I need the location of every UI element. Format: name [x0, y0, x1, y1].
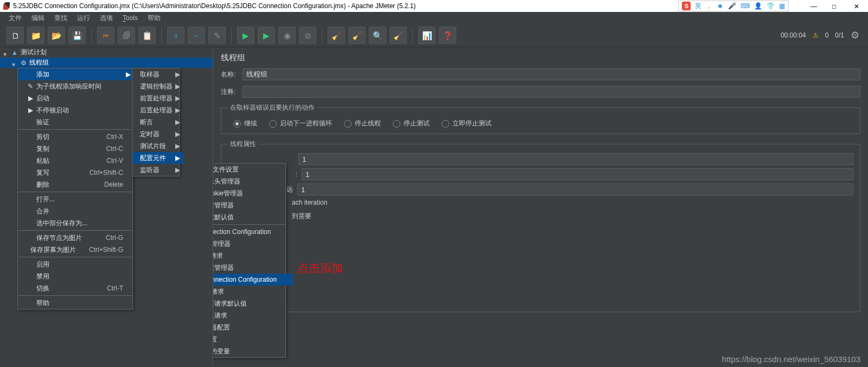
ctx1-item[interactable]: 复制Ctrl-C: [18, 143, 134, 155]
save-button[interactable]: 💾: [68, 27, 86, 44]
ctx1-item[interactable]: 剪切Ctrl-X: [18, 131, 134, 143]
window-title: 5.25JDBC Connection Configuration.jmx (C…: [13, 2, 678, 10]
ctx3-item[interactable]: DNS缓存管理器: [213, 238, 293, 250]
ctx3-item[interactable]: HTTP请求默认值: [213, 211, 293, 223]
ctx2-item[interactable]: 断言▶: [132, 116, 183, 128]
close-button[interactable]: ✕: [854, 3, 860, 9]
context-menu-add[interactable]: 取样器▶逻辑控制器▶前置处理器▶后置处理器▶断言▶定时器▶测试片段▶配置元件▶监…: [132, 68, 180, 176]
reset-search-button[interactable]: 🧹: [390, 27, 407, 44]
ctx1-item[interactable]: 保存屏幕为图片Ctrl+Shift-G: [18, 244, 134, 256]
ime-punct: ，: [706, 2, 712, 11]
ctx3-item[interactable]: 密钥库配置: [213, 333, 293, 345]
function-helper-button[interactable]: 📊: [418, 27, 436, 44]
collapse-button[interactable]: −: [188, 27, 205, 44]
ctx3-item[interactable]: Bolt Connection Configuration: [213, 226, 293, 238]
cut-button[interactable]: ✂: [97, 27, 114, 44]
ime-emoji-icon: ☻: [717, 2, 724, 10]
ctx1-item[interactable]: 删除Delete: [18, 179, 134, 191]
warning-icon[interactable]: ⚠: [813, 31, 819, 39]
ctx1-item[interactable]: 禁用: [18, 270, 134, 282]
ctx1-item[interactable]: 复写Ctrl+Shift-C: [18, 167, 134, 179]
menu-search[interactable]: 查找: [50, 12, 72, 24]
expand-button[interactable]: ＋: [167, 27, 184, 44]
ctx1-item[interactable]: ▶不停顿启动: [18, 104, 134, 116]
new-button[interactable]: 🗋: [7, 27, 24, 44]
ctx1-item[interactable]: 合并: [18, 205, 134, 217]
ctx3-item[interactable]: 用户定义的变量: [213, 345, 293, 357]
ctx2-item[interactable]: 逻辑控制器▶: [132, 80, 183, 92]
templates-button[interactable]: 📁: [27, 27, 44, 44]
menu-help[interactable]: 帮助: [143, 12, 165, 24]
ctx2-item[interactable]: 配置元件▶: [132, 152, 183, 164]
ime-toolbar[interactable]: S 英 ， ☻ 🎤 ⌨ 👤 👕 ▦: [678, 1, 789, 11]
menu-run[interactable]: 运行: [73, 12, 94, 24]
shutdown-button[interactable]: ⊘: [299, 27, 316, 44]
start-no-pause-button[interactable]: ▶: [258, 27, 275, 44]
menu-tools[interactable]: Tools: [118, 13, 142, 23]
help-button[interactable]: ❓: [439, 27, 456, 44]
thread-attr-legend: 线程属性: [228, 140, 258, 149]
ctx3-item[interactable]: LDAP默认请求: [213, 309, 293, 321]
ctx2-item[interactable]: 监听器▶: [132, 164, 183, 176]
clear-all-button[interactable]: 🧹: [348, 27, 366, 44]
radio-next-loop[interactable]: 启动下一进程循环: [269, 119, 332, 128]
ctx3-item[interactable]: LDAP扩展请求默认值: [213, 298, 293, 309]
ctx1-item[interactable]: 打开...: [18, 193, 134, 205]
menu-edit[interactable]: 编辑: [27, 12, 49, 24]
ctx1-item[interactable]: 粘贴Ctrl-V: [18, 155, 134, 167]
menu-options[interactable]: 选项: [95, 12, 117, 24]
gear-icon[interactable]: ⚙: [851, 29, 859, 41]
ctx3-item[interactable]: TCP取样器配置: [213, 321, 293, 333]
menu-file[interactable]: 文件: [4, 12, 26, 24]
thread-count-input[interactable]: [298, 153, 853, 165]
ctx3-item[interactable]: Java默认请求: [213, 286, 293, 298]
name-input[interactable]: [242, 68, 860, 80]
minimize-button[interactable]: —: [810, 3, 817, 9]
radio-stop-thread[interactable]: 停止线程: [344, 119, 381, 128]
ctx1-item[interactable]: 切换Ctrl-T: [18, 282, 134, 294]
copy-button[interactable]: 🗐: [118, 27, 135, 44]
ctx1-item[interactable]: 选中部分保存为...: [18, 217, 134, 229]
radio-stop-test[interactable]: 停止测试: [393, 119, 430, 128]
ctx2-item[interactable]: 前置处理器▶: [132, 92, 183, 104]
clear-button[interactable]: 🧹: [328, 27, 345, 44]
ctx2-item[interactable]: 定时器▶: [132, 128, 183, 140]
ctx1-item[interactable]: 保存节点为图片Ctrl-G: [18, 232, 134, 244]
toggle-button[interactable]: ✎: [208, 27, 226, 44]
thread-ratio: 0/1: [835, 31, 844, 39]
ctx3-item[interactable]: FTP默认请求: [213, 250, 293, 262]
iter-text: ach iteration: [228, 199, 853, 206]
ctx3-item[interactable]: HTTP Cookie管理器: [213, 187, 293, 199]
ctx1-item[interactable]: ▶启动: [18, 92, 134, 104]
stop-button[interactable]: ◉: [278, 27, 296, 44]
ctx3-item[interactable]: JDBC Connection Configuration: [213, 274, 293, 286]
ctx2-item[interactable]: 后置处理器▶: [132, 104, 183, 116]
rampup-input[interactable]: [302, 168, 853, 180]
context-menu-config[interactable]: CSV 数据文件设置HTTP信息头管理器HTTP Cookie管理器HTTP缓存…: [213, 163, 286, 358]
ctx1-item[interactable]: 启用: [18, 258, 134, 270]
comment-input[interactable]: [242, 86, 860, 98]
ctx1-item[interactable]: 验证: [18, 116, 134, 128]
test-plan-tree[interactable]: ▾▲ 测试计划 ▾⚙ 线程组 添加▶✎为子线程添加响应时间▶启动▶不停顿启动验证…: [0, 47, 213, 367]
tree-thread-group[interactable]: ▾⚙ 线程组: [0, 58, 213, 68]
loop-input[interactable]: [297, 184, 853, 195]
context-menu-main[interactable]: 添加▶✎为子线程添加响应时间▶启动▶不停顿启动验证剪切Ctrl-X复制Ctrl-…: [17, 68, 133, 309]
ctx1-item[interactable]: 添加▶: [18, 68, 134, 80]
search-button[interactable]: 🔍: [369, 27, 386, 44]
ctx3-item[interactable]: HTTP授权管理器: [213, 262, 293, 274]
ctx3-item[interactable]: HTTP信息头管理器: [213, 175, 293, 187]
start-button[interactable]: ▶: [237, 27, 254, 44]
ctx2-item[interactable]: 测试片段▶: [132, 140, 183, 152]
ctx2-item[interactable]: 取样器▶: [132, 68, 183, 80]
paste-button[interactable]: 📋: [138, 27, 156, 44]
radio-continue[interactable]: 继续: [233, 119, 257, 128]
tree-root[interactable]: ▾▲ 测试计划: [0, 47, 213, 58]
ctx1-item[interactable]: 帮助: [18, 297, 134, 309]
ctx1-item[interactable]: ✎为子线程添加响应时间: [18, 80, 134, 92]
radio-stop-now[interactable]: 立即停止测试: [442, 119, 492, 128]
maximize-button[interactable]: □: [832, 3, 839, 9]
open-button[interactable]: 📂: [48, 27, 65, 44]
annotation-text: 点击添加: [297, 261, 343, 276]
ctx3-item[interactable]: HTTP缓存管理器: [213, 199, 293, 211]
ctx3-item[interactable]: CSV 数据文件设置: [213, 163, 293, 175]
